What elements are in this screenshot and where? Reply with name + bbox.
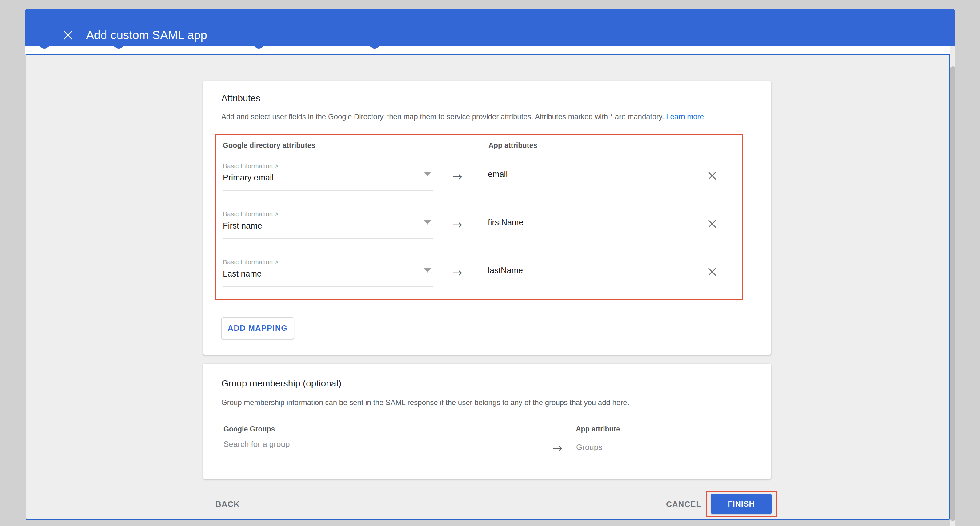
dialog-title: Add custom SAML app xyxy=(86,28,207,42)
select-underline xyxy=(223,286,433,287)
scrollbar-thumb[interactable] xyxy=(950,66,955,521)
dropdown-arrow-icon[interactable] xyxy=(424,172,431,177)
select-underline xyxy=(223,238,433,239)
group-search-input[interactable] xyxy=(223,440,537,456)
google-attribute-value: Primary email xyxy=(223,173,274,183)
close-icon[interactable] xyxy=(63,30,73,41)
dropdown-arrow-icon[interactable] xyxy=(424,268,431,273)
google-attribute-value: Last name xyxy=(223,269,262,279)
attribute-category: Basic Information > xyxy=(223,210,278,218)
group-app-attribute-input[interactable] xyxy=(576,443,751,456)
finish-button[interactable]: FINISH xyxy=(711,494,772,514)
back-button[interactable]: BACK xyxy=(215,499,240,509)
attribute-category: Basic Information > xyxy=(223,162,278,170)
stepper-strip xyxy=(25,46,955,54)
app-attribute-input[interactable] xyxy=(487,266,699,280)
app-attribute-input[interactable] xyxy=(487,170,699,184)
group-membership-card: Group membership (optional) Group member… xyxy=(203,364,771,479)
attributes-description: Add and select user fields in the Google… xyxy=(221,112,704,121)
google-attributes-column-header: Google directory attributes xyxy=(223,141,315,150)
select-underline xyxy=(223,190,433,191)
mapping-arrow-icon: → xyxy=(452,266,462,279)
google-groups-label: Google Groups xyxy=(223,425,275,433)
mapping-row: Basic Information > Primary email → xyxy=(216,162,742,210)
mapping-row: Basic Information > Last name → xyxy=(216,258,742,306)
mapping-row: Basic Information > First name → xyxy=(216,210,742,258)
group-membership-title: Group membership (optional) xyxy=(221,378,341,389)
attributes-title: Attributes xyxy=(221,93,260,104)
group-membership-description: Group membership information can be sent… xyxy=(221,398,629,407)
app-attributes-column-header: App attributes xyxy=(488,141,538,150)
attributes-card: Attributes Add and select user fields in… xyxy=(203,81,771,355)
add-mapping-button[interactable]: ADD MAPPING xyxy=(221,317,294,339)
remove-mapping-icon[interactable] xyxy=(708,267,717,276)
google-attribute-value: First name xyxy=(223,221,262,231)
attributes-description-text: Add and select user fields in the Google… xyxy=(221,112,664,121)
google-attribute-select[interactable]: Basic Information > Last name xyxy=(223,258,433,295)
page: Add custom SAML app Attributes Add and s… xyxy=(0,0,980,526)
attribute-category: Basic Information > xyxy=(223,258,278,266)
dialog-header: Add custom SAML app xyxy=(25,9,955,46)
mapping-arrow-icon: → xyxy=(452,170,462,183)
remove-mapping-icon[interactable] xyxy=(708,219,717,228)
mapping-arrow-icon: → xyxy=(552,441,562,455)
learn-more-link[interactable]: Learn more xyxy=(666,112,704,121)
dropdown-arrow-icon[interactable] xyxy=(424,220,431,225)
app-attribute-label: App attribute xyxy=(576,425,620,433)
google-attribute-select[interactable]: Basic Information > Primary email xyxy=(223,162,433,199)
annotation-highlight-finish: FINISH xyxy=(706,491,777,517)
cancel-button[interactable]: CANCEL xyxy=(666,499,701,509)
annotation-highlight-box: Google directory attributes App attribut… xyxy=(215,134,743,300)
mapping-arrow-icon: → xyxy=(452,218,462,231)
google-attribute-select[interactable]: Basic Information > First name xyxy=(223,210,433,247)
remove-mapping-icon[interactable] xyxy=(708,171,717,180)
app-attribute-input[interactable] xyxy=(487,218,699,232)
